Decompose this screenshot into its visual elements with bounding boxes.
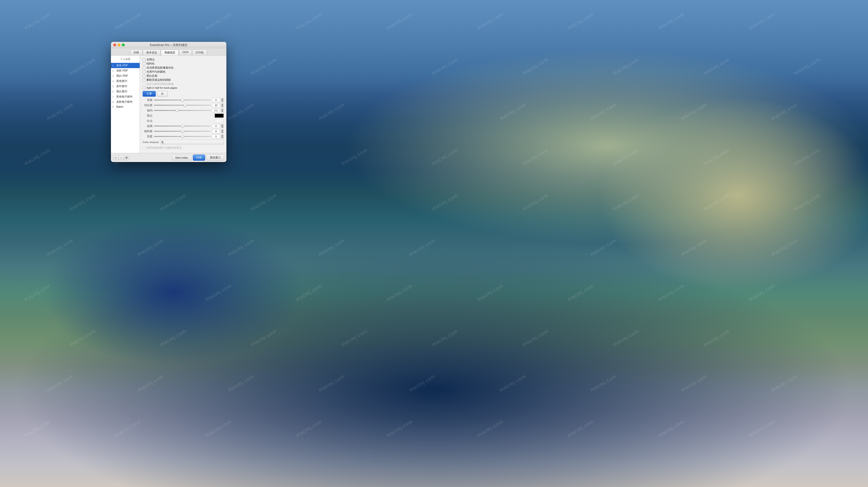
sliders-section: 亮度: 0 ▲ ▼ 对比度: 10 ▲ ▼ [143,98,224,138]
sidebar-item-3[interactable]: 3 黑白 PDF [111,73,140,78]
checkbox-remove-dots-label: 去网点 [147,58,155,61]
checkbox-remove-dots[interactable] [143,58,145,61]
sidebar-item-num-8: 8 [112,101,116,103]
luminance-slider[interactable] [154,136,211,137]
checkbox-row-split-half: Split in half for book pages [143,87,224,89]
sidebar-item-label-5: 灰印复印 [116,85,127,88]
tabs-bar: 归档 基本设定 高级设定 OCR 打印机 [111,48,226,56]
black-point-label: 黑点: [143,114,153,118]
sidebar-item-label-9: Batch [116,105,123,108]
brightness-up[interactable]: ▲ [221,98,224,100]
preview-button[interactable]: 预览窗口 [207,155,224,161]
sidebar-item-1[interactable]: 1 彩色 PDF [111,63,140,68]
color-dropout-row: Color dropout: 无 红色 绿色 蓝色 [143,140,224,144]
sidebar-item-5[interactable]: 5 灰印复印 [111,84,140,89]
maximize-button[interactable] [122,43,125,46]
window-footer: + − ⚙ Start index 扫描 预览窗口 [111,153,226,162]
sidebar-item-num-3: 3 [112,75,116,77]
luminance-down[interactable]: ▼ [221,136,224,138]
gear-button[interactable]: ⚙ [124,155,129,160]
checkbox-row-invert: 黑白反相 [143,74,224,77]
scan-button[interactable]: 扫描 [193,155,205,161]
brightness-spinner: ▲ ▼ [221,98,224,102]
checkbox-merge-sides[interactable] [143,83,145,86]
radio-secondary[interactable]: 次 [157,91,167,97]
bottom-checkbox[interactable] [143,147,146,149]
saturation-label: 饱和度: [143,130,153,133]
saturation-down[interactable]: ▼ [221,131,224,133]
brightness-value: 0 [212,98,220,102]
sidebar-item-2[interactable]: 2 灰阶 PDF [111,68,140,73]
tab-ocr[interactable]: OCR [179,50,192,56]
hue-up[interactable]: ▲ [221,124,224,126]
bottom-checkbox-row: 使用有面的那个别颜色设置为 [143,146,224,150]
remove-button[interactable]: − [119,155,124,160]
checkbox-remove-shadow-label: 删除页面边框的阴影 [147,78,171,82]
tab-advanced[interactable]: 高级设定 [161,50,179,56]
gamma-value: 2.2 [212,108,220,112]
sidebar-item-6[interactable]: 6 黑白复印 [111,89,140,94]
checkbox-merge-sides-label: 合并正面和背面的图像 [147,83,174,86]
contrast-spinner: ▲ ▼ [221,103,224,107]
sidebar-item-4[interactable]: 4 彩色复印 [111,78,140,84]
sidebar-item-num-6: 6 [112,90,116,93]
checkbox-invert-label: 黑白反相 [147,74,157,77]
tab-basic[interactable]: 基本设定 [143,50,160,56]
sidebar-item-8[interactable]: 8 灰阶电子邮件 [111,99,140,104]
checkbox-auto-optimize[interactable] [143,67,145,69]
checkbox-split-half-label: Split in half for book pages [147,87,177,89]
slider-row-saturation: 饱和度: 0 ▲ ▼ [143,129,224,133]
checkbox-row-remove-dots: 去网点 [143,58,224,61]
window-controls [113,43,125,46]
minimize-button[interactable] [118,43,120,46]
checkbox-sharpen[interactable] [143,62,145,65]
color-dropout-select[interactable]: 无 红色 绿色 蓝色 [160,140,224,144]
radio-primary[interactable]: 主要 [143,91,156,97]
checkbox-invert[interactable] [143,75,145,77]
luminance-up[interactable]: ▲ [221,134,224,136]
tab-archive[interactable]: 归档 [130,50,143,56]
sidebar-item-num-4: 4 [112,80,116,83]
luminance-value: 0 [212,134,220,138]
sidebar-item-label-4: 彩色复印 [116,79,127,83]
sidebar-item-label-6: 黑白复印 [116,90,127,94]
saturation-up[interactable]: ▲ [221,129,224,131]
sidebar-item-num-1: 1 [112,64,116,67]
sidebar-item-label-1: 彩色 PDF [116,64,128,67]
slider-row-hue: 色调: 0 ▲ ▼ [143,124,224,128]
checkboxes-section: 去网点 锐利化 自动将原始影像最佳化 光滑均匀的颜色 黑白反相 [143,58,224,89]
checkbox-smooth-color-label: 光滑均匀的颜色 [147,70,165,73]
sidebar-header: 个人设置 [111,57,140,62]
hue-down[interactable]: ▼ [221,126,224,128]
slider-row-white-point: 白点: [143,119,224,123]
brightness-down[interactable]: ▼ [221,100,224,102]
add-button[interactable]: + [113,155,118,160]
contrast-down[interactable]: ▼ [221,105,224,107]
luminance-spinner: ▲ ▼ [221,134,224,138]
checkbox-split-half[interactable] [143,87,145,89]
brightness-slider[interactable] [154,100,211,100]
sidebar-item-7[interactable]: 7 彩色电子邮件 [111,94,140,99]
gamma-up[interactable]: ▲ [221,108,224,110]
black-point-color[interactable] [215,113,224,118]
luminance-label: 亮度: [143,135,153,138]
contrast-slider[interactable] [154,105,211,106]
hue-slider[interactable] [154,126,211,127]
checkbox-row-remove-shadow: 删除页面边框的阴影 [143,78,224,82]
start-index-button[interactable]: Start index [172,155,191,160]
checkbox-sharpen-label: 锐利化 [147,62,155,65]
slider-row-black-point: 黑点: [143,113,224,118]
sidebar-item-9[interactable]: 9 Batch [111,104,140,109]
saturation-value: 0 [212,129,220,133]
close-button[interactable] [113,43,116,46]
sidebar-item-num-9: 9 [112,105,116,108]
saturation-slider[interactable] [154,131,211,132]
contrast-up[interactable]: ▲ [221,103,224,105]
tab-printer[interactable]: 打印机 [192,50,207,56]
gamma-down[interactable]: ▼ [221,110,224,112]
white-point-color[interactable] [215,119,224,123]
checkbox-smooth-color[interactable] [143,71,145,73]
gamma-slider[interactable] [154,110,211,111]
checkbox-remove-shadow[interactable] [143,79,145,82]
window-title: ExactScan Pro – 没有扫描仪 [150,43,187,47]
